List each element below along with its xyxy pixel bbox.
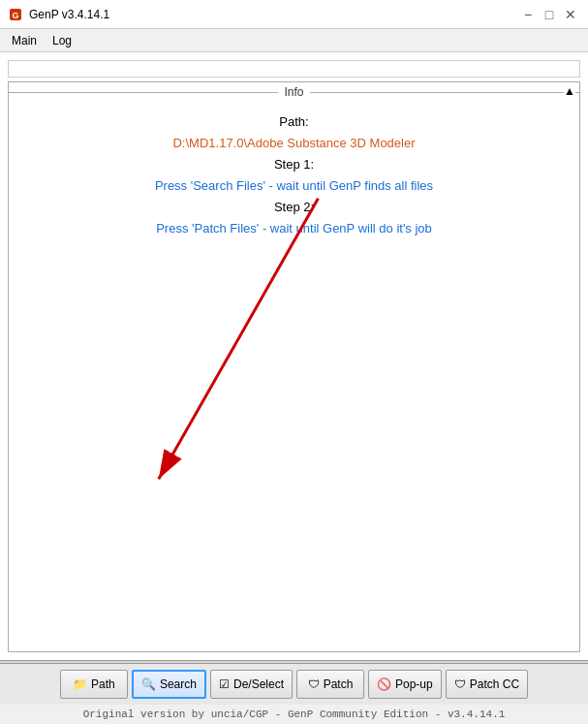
menu-bar: Main Log: [0, 29, 588, 52]
patch-cc-button[interactable]: 🛡 Patch CC: [446, 670, 528, 699]
patch-button[interactable]: 🛡 Patch: [296, 670, 364, 699]
info-panel: Info ▲ Path: D:\MD1.17.0\Adobe Substance…: [8, 81, 580, 652]
search-button[interactable]: 🔍 Search: [132, 670, 206, 699]
app-icon: G: [8, 7, 23, 22]
path-label: Path:: [279, 111, 308, 133]
info-panel-title: Info: [278, 85, 309, 99]
svg-text:G: G: [12, 11, 18, 20]
content-area: Path: D:\MD1.17.0\Adobe Substance 3D Mod…: [9, 102, 579, 651]
close-button[interactable]: ✕: [561, 5, 580, 24]
checkbox-icon: ☑: [219, 677, 230, 691]
step1-instruction: Press 'Search Files' - wait until GenP f…: [155, 175, 433, 197]
main-content: Info ▲ Path: D:\MD1.17.0\Adobe Substance…: [0, 52, 588, 660]
window-title: GenP v3.4.14.1: [29, 8, 109, 21]
title-bar: G GenP v3.4.14.1 − □ ✕: [0, 0, 588, 29]
menu-log[interactable]: Log: [45, 32, 79, 49]
info-panel-header: Info ▲: [9, 82, 579, 102]
shield-icon: 🛡: [308, 677, 320, 691]
info-content: Path: D:\MD1.17.0\Adobe Substance 3D Mod…: [9, 102, 579, 651]
progress-bar: [8, 60, 580, 78]
step2-instruction: Press 'Patch Files' - wait until GenP wi…: [156, 218, 432, 239]
shield-cc-icon: 🛡: [454, 677, 466, 691]
path-button[interactable]: 📁 Path: [60, 670, 128, 699]
folder-icon: 📁: [73, 677, 87, 691]
error-icon: 🚫: [377, 677, 391, 691]
minimize-button[interactable]: −: [518, 5, 538, 24]
path-value: D:\MD1.17.0\Adobe Substance 3D Modeler: [172, 133, 415, 154]
footer: Original version by uncia/CGP - GenP Com…: [0, 705, 588, 724]
step2-label: Step 2:: [274, 197, 314, 218]
deselect-button[interactable]: ☑ De/Select: [210, 670, 293, 699]
maximize-button[interactable]: □: [540, 5, 559, 24]
popup-button[interactable]: 🚫 Pop-up: [368, 670, 442, 699]
menu-main[interactable]: Main: [4, 32, 45, 49]
search-icon: 🔍: [141, 677, 156, 691]
button-bar: 📁 Path 🔍 Search ☑ De/Select 🛡 Patch 🚫 Po…: [0, 664, 588, 705]
collapse-button[interactable]: ▲: [564, 84, 575, 98]
step1-label: Step 1:: [274, 154, 314, 175]
